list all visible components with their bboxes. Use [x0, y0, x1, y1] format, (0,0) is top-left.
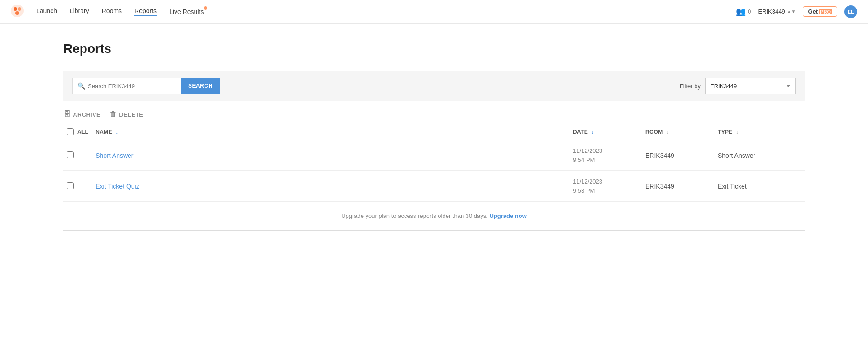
filter-select[interactable]: ERIK3449: [705, 78, 796, 94]
users-count: 0: [748, 8, 751, 15]
th-check: ALL: [63, 124, 92, 140]
filter-label: Filter by: [680, 83, 701, 90]
archive-icon: 🗄: [63, 110, 71, 118]
row-checkbox-1[interactable]: [67, 182, 74, 189]
get-label: Get: [808, 8, 818, 15]
nav-library[interactable]: Library: [70, 7, 89, 16]
logo[interactable]: [11, 5, 24, 19]
row-type-cell-1: Exit Ticket: [714, 171, 805, 202]
row-date-cell: 11/12/20239:54 PM: [569, 140, 642, 171]
upgrade-link[interactable]: Upgrade now: [490, 212, 527, 219]
th-date-label: DATE: [573, 129, 588, 135]
row-check-cell: [63, 140, 92, 171]
row-room-cell-0: ERIK3449: [642, 140, 714, 171]
th-name[interactable]: NAME ↓: [92, 124, 569, 140]
search-left: 🔍 SEARCH: [72, 78, 220, 94]
svg-point-0: [11, 5, 24, 17]
table-row: Exit Ticket Quiz 11/12/20239:53 PM ERIK3…: [63, 171, 805, 202]
upgrade-message: Upgrade your plan to access reports olde…: [341, 212, 489, 219]
report-link-1[interactable]: Exit Ticket Quiz: [95, 183, 139, 190]
nav-reports[interactable]: Reports: [134, 7, 157, 16]
svg-point-1: [14, 7, 17, 11]
reports-table: ALL NAME ↓ DATE ↓ ROOM ↓ TYPE ↓: [63, 124, 805, 202]
th-date[interactable]: DATE ↓: [569, 124, 642, 140]
nav-live-results-wrap: Live Results: [169, 8, 204, 15]
delete-icon: 🗑: [110, 110, 117, 118]
navbar: Launch Library Rooms Reports Live Result…: [0, 0, 868, 24]
avatar[interactable]: EL: [844, 5, 857, 18]
avatar-initials: EL: [848, 9, 854, 14]
toolbar: 🗄 ARCHIVE 🗑 DELETE: [63, 110, 805, 118]
nav-right: 👥 0 ERIK3449 ▲▼ Get PRO EL: [736, 5, 857, 18]
date-sort-icon: ↓: [591, 129, 594, 135]
nav-live-results[interactable]: Live Results: [169, 8, 204, 17]
nav-rooms[interactable]: Rooms: [102, 7, 122, 16]
row-type-cell-0: Short Answer: [714, 140, 805, 171]
th-type[interactable]: TYPE ↓: [714, 124, 805, 140]
search-bar-area: 🔍 SEARCH Filter by ERIK3449: [63, 71, 805, 101]
nav-launch[interactable]: Launch: [36, 7, 57, 16]
svg-point-3: [15, 11, 19, 15]
search-input[interactable]: [88, 83, 165, 90]
table-header-row: ALL NAME ↓ DATE ↓ ROOM ↓ TYPE ↓: [63, 124, 805, 140]
select-all-label[interactable]: ALL: [67, 128, 88, 135]
search-icon: 🔍: [77, 82, 85, 90]
users-count-area: 👥 0: [736, 7, 751, 17]
th-room-label: ROOM: [645, 129, 663, 135]
live-dot: [204, 6, 207, 10]
row-room-cell-1: ERIK3449: [642, 171, 714, 202]
th-type-label: TYPE: [718, 129, 733, 135]
type-sort-icon: ↓: [736, 129, 739, 135]
filter-area: Filter by ERIK3449: [680, 78, 796, 94]
upgrade-notice: Upgrade your plan to access reports olde…: [63, 202, 805, 230]
room-sort-icon: ↓: [666, 129, 669, 135]
main-content: Reports 🔍 SEARCH Filter by ERIK3449 🗄 AR…: [0, 24, 868, 249]
row-date-1: 11/12/20239:53 PM: [573, 177, 638, 195]
pro-badge: PRO: [819, 9, 832, 14]
row-date-0: 11/12/20239:54 PM: [573, 146, 638, 164]
th-room[interactable]: ROOM ↓: [642, 124, 714, 140]
search-button[interactable]: SEARCH: [181, 78, 220, 94]
all-label: ALL: [77, 129, 88, 135]
username-label: ERIK3449: [758, 8, 785, 15]
svg-point-2: [18, 7, 21, 11]
table-footer-line: [63, 230, 805, 231]
archive-button[interactable]: 🗄 ARCHIVE: [63, 110, 100, 118]
nav-links: Launch Library Rooms Reports Live Result…: [36, 7, 736, 16]
row-name-cell: Short Answer: [92, 140, 569, 171]
table-row: Short Answer 11/12/20239:54 PM ERIK3449 …: [63, 140, 805, 171]
archive-label: ARCHIVE: [73, 111, 100, 118]
chevron-down-icon: ▲▼: [787, 9, 796, 14]
row-date-cell: 11/12/20239:53 PM: [569, 171, 642, 202]
row-checkbox-0[interactable]: [67, 151, 74, 158]
get-pro-button[interactable]: Get PRO: [803, 6, 837, 17]
username-dropdown[interactable]: ERIK3449 ▲▼: [758, 8, 796, 15]
delete-label: DELETE: [119, 111, 143, 118]
search-input-wrap: 🔍: [72, 78, 181, 94]
table-body: Short Answer 11/12/20239:54 PM ERIK3449 …: [63, 140, 805, 202]
users-icon: 👥: [736, 7, 746, 17]
th-name-label: NAME: [95, 129, 112, 135]
row-check-cell: [63, 171, 92, 202]
delete-button[interactable]: 🗑 DELETE: [110, 110, 143, 118]
select-all-checkbox[interactable]: [67, 128, 74, 135]
page-title: Reports: [63, 42, 805, 56]
report-link-0[interactable]: Short Answer: [95, 152, 133, 159]
name-sort-icon: ↓: [115, 129, 118, 135]
row-name-cell: Exit Ticket Quiz: [92, 171, 569, 202]
